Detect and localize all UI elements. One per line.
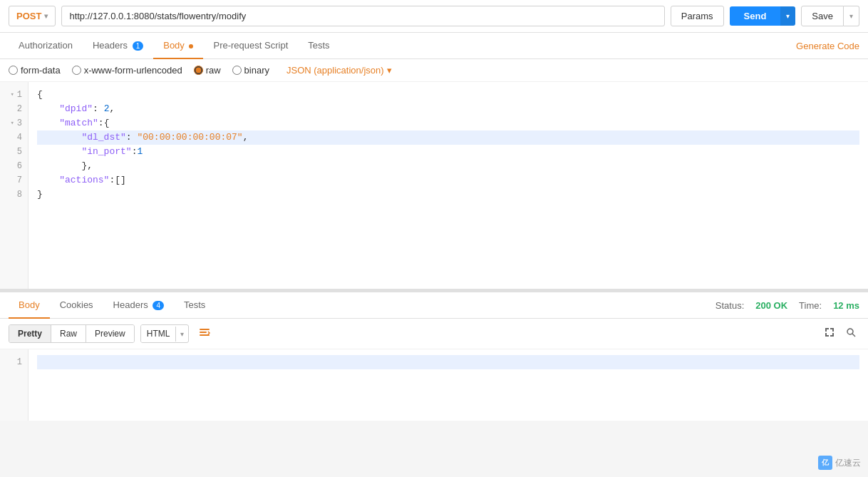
line-num-3: ▾3	[0, 116, 28, 130]
status-value: 200 OK	[755, 300, 787, 311]
urlencoded-option[interactable]: x-www-form-urlencoded	[72, 65, 182, 76]
method-button[interactable]: POST ▾	[9, 6, 56, 26]
urlencoded-radio[interactable]	[72, 66, 81, 75]
response-headers-badge: 4	[153, 301, 164, 310]
svg-rect-6	[832, 328, 834, 332]
response-code-content[interactable]	[29, 349, 868, 421]
request-tab-bar: Authorization Headers 1 Body Pre-request…	[0, 33, 868, 59]
search-button[interactable]	[842, 324, 859, 344]
svg-point-11	[847, 329, 853, 334]
raw-option[interactable]: raw	[194, 65, 221, 76]
line-num-6: 6	[0, 159, 28, 173]
body-options-bar: form-data x-www-form-urlencoded raw bina…	[0, 59, 868, 82]
svg-rect-8	[825, 333, 827, 337]
generate-code-link[interactable]: Generate Code	[796, 41, 859, 51]
response-tab-tests[interactable]: Tests	[174, 292, 215, 319]
pretty-button[interactable]: Pretty	[9, 325, 51, 342]
format-label: HTML	[141, 325, 176, 342]
line-num-5: 5	[0, 145, 28, 159]
search-icon	[845, 327, 857, 338]
code-line-8: }	[37, 188, 859, 202]
format-chevron-icon: ▾	[175, 327, 188, 342]
status-label: Status:	[715, 300, 744, 311]
raw-radio[interactable]	[194, 66, 203, 75]
response-action-icons	[821, 324, 859, 344]
method-chevron-icon: ▾	[44, 12, 48, 20]
response-line-numbers: 1	[0, 349, 29, 421]
headers-badge: 1	[133, 41, 144, 51]
tab-headers[interactable]: Headers 1	[83, 33, 153, 59]
response-tab-cookies[interactable]: Cookies	[50, 292, 103, 319]
resp-line-num-1: 1	[0, 355, 28, 369]
line-numbers: ▾1 2 ▾3 4 5 6 7 8	[0, 82, 29, 289]
line-num-7: 7	[0, 173, 28, 188]
tab-tests[interactable]: Tests	[298, 33, 339, 59]
line-num-4: 4	[0, 130, 28, 145]
code-line-2: "dpid": 2,	[37, 102, 859, 116]
tab-body[interactable]: Body	[153, 33, 203, 59]
svg-rect-4	[825, 328, 827, 332]
line-num-2: 2	[0, 102, 28, 116]
response-code-area: 1	[0, 349, 868, 421]
binary-radio[interactable]	[232, 66, 242, 75]
method-label: POST	[16, 11, 41, 21]
response-toolbar: Pretty Raw Preview HTML ▾	[0, 319, 868, 349]
svg-rect-10	[832, 333, 834, 337]
response-tab-bar: Body Cookies Headers 4 Tests Status: 200…	[0, 292, 868, 319]
code-line-6: },	[37, 159, 859, 173]
wrap-icon	[199, 327, 210, 338]
code-editor[interactable]: ▾1 2 ▾3 4 5 6 7 8 { "dpid": 2, "match":{…	[0, 82, 868, 289]
url-input[interactable]	[61, 6, 664, 26]
status-info: Status: 200 OK Time: 12 ms	[715, 300, 859, 311]
code-line-4: "dl_dst": "00:00:00:00:00:07",	[37, 130, 859, 145]
form-data-radio[interactable]	[9, 66, 18, 75]
preview-button[interactable]: Preview	[86, 325, 134, 342]
svg-rect-1	[200, 332, 207, 333]
json-type-selector[interactable]: JSON (application/json) ▾	[286, 65, 392, 76]
tab-pre-request[interactable]: Pre-request Script	[203, 33, 298, 59]
tab-authorization[interactable]: Authorization	[9, 33, 83, 59]
code-line-7: "actions":[]	[37, 173, 859, 188]
line-num-8: 8	[0, 188, 28, 202]
save-button[interactable]: Save	[801, 6, 844, 26]
save-button-group: Save ▾	[801, 6, 859, 26]
send-dropdown-button[interactable]: ▾	[780, 6, 795, 26]
response-view-group: Pretty Raw Preview	[9, 324, 135, 343]
code-line-1: {	[37, 88, 859, 102]
svg-rect-0	[200, 329, 210, 330]
line-num-1: ▾1	[0, 88, 28, 102]
send-button[interactable]: Send	[730, 6, 781, 26]
raw-button[interactable]: Raw	[51, 325, 86, 342]
time-label: Time:	[799, 300, 822, 311]
wrap-icon-button[interactable]	[195, 323, 215, 344]
expand-icon	[824, 327, 835, 338]
response-panel: Body Cookies Headers 4 Tests Status: 200…	[0, 292, 868, 421]
code-line-3: "match":{	[37, 116, 859, 130]
send-button-group: Send ▾	[730, 6, 796, 26]
code-content[interactable]: { "dpid": 2, "match":{ "dl_dst": "00:00:…	[29, 82, 868, 289]
expand-button[interactable]	[821, 324, 838, 344]
time-value: 12 ms	[833, 300, 859, 311]
format-selector[interactable]: HTML ▾	[140, 324, 190, 343]
request-panel: Authorization Headers 1 Body Pre-request…	[0, 33, 868, 292]
response-tab-body[interactable]: Body	[9, 292, 50, 319]
response-tab-headers[interactable]: Headers 4	[103, 292, 174, 319]
body-dot	[189, 44, 193, 48]
request-toolbar: POST ▾ Params Send ▾ Save ▾	[0, 0, 868, 33]
resp-line-1	[37, 355, 859, 369]
form-data-option[interactable]: form-data	[9, 65, 61, 76]
code-line-5: "in_port":1	[37, 145, 859, 159]
svg-line-12	[852, 334, 855, 337]
svg-rect-2	[200, 334, 210, 336]
binary-option[interactable]: binary	[232, 65, 269, 76]
params-button[interactable]: Params	[671, 6, 724, 26]
save-dropdown-button[interactable]: ▾	[844, 6, 859, 26]
